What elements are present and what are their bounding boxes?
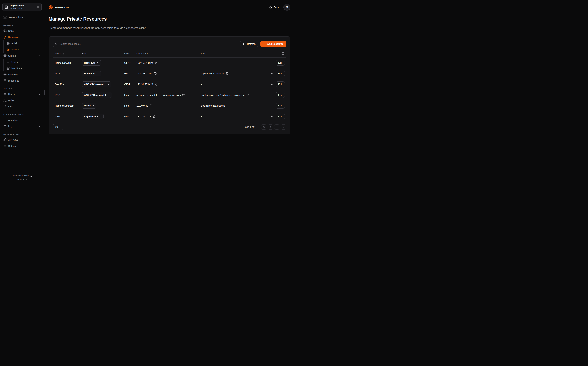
row-menu-icon[interactable] [270, 61, 273, 64]
sidebar-item-links[interactable]: Links [0, 104, 44, 110]
sidebar-item-api-keys[interactable]: API Keys [0, 137, 44, 143]
sidebar-item-public[interactable]: Public [4, 40, 44, 46]
arrow-up-right-icon [108, 94, 110, 96]
cell-site: AWS VPC us-east-1 [80, 81, 122, 87]
add-resource-button[interactable]: Add Resource [260, 41, 286, 47]
sidebar-item-clients[interactable]: Clients [0, 53, 44, 59]
rows-per-page-select[interactable]: 20 [53, 124, 64, 130]
columns-icon[interactable] [282, 52, 284, 55]
version-link[interactable]: v1.13.0 [17, 178, 27, 181]
sites-icon [3, 29, 7, 32]
sidebar-subnav: UsersMachines [3, 59, 44, 71]
sidebar-item-resources[interactable]: Resources [0, 34, 44, 40]
pangolin-logo-icon [49, 5, 53, 9]
chevron-down-icon [38, 93, 41, 96]
sidebar-item-users[interactable]: Users [0, 91, 44, 97]
cell-actions: Edit [266, 81, 286, 87]
sidebar-item-server-admin[interactable]: Server Admin [0, 14, 44, 21]
receipt-icon [3, 79, 7, 82]
site-link[interactable]: Office [82, 103, 96, 108]
pagination-prev-button[interactable] [268, 124, 273, 130]
sidebar-item-settings[interactable]: Settings [0, 143, 44, 149]
copy-icon[interactable] [155, 61, 157, 64]
sidebar-item-machines[interactable]: Machines [4, 65, 44, 71]
alias-value: mynas.home.internal [201, 72, 224, 75]
sidebar-item-analytics[interactable]: Analytics [0, 117, 44, 123]
server-icon [3, 16, 7, 19]
enterprise-edition-link[interactable]: Enterprise Edition [12, 175, 32, 177]
avatar[interactable]: M [283, 4, 290, 11]
copy-icon[interactable] [182, 94, 185, 96]
sidebar-item-label: Links [8, 105, 14, 108]
copy-icon[interactable] [153, 115, 155, 118]
sidebar-item-domains[interactable]: Domains [0, 71, 44, 78]
copy-icon[interactable] [155, 83, 157, 85]
theme-toggle[interactable]: Dark [269, 6, 279, 9]
mode-value: Host [122, 72, 134, 75]
laptop-icon [7, 61, 10, 64]
cell-destination: postgres.us-east-1.rds.amazonaws.com [134, 94, 199, 96]
edit-button[interactable]: Edit [276, 81, 285, 87]
row-menu-icon[interactable] [270, 93, 273, 97]
copy-icon[interactable] [154, 72, 157, 75]
avatar-initial: M [286, 6, 288, 9]
row-menu-icon[interactable] [270, 115, 273, 118]
edit-button[interactable]: Edit [276, 71, 285, 76]
copy-icon[interactable] [150, 104, 152, 107]
mode-value: CIDR [122, 61, 134, 64]
sidebar-item-roles[interactable]: Roles [0, 97, 44, 104]
site-link[interactable]: Edge Device [82, 114, 103, 119]
site-name: AWS VPC us-west-1 [84, 94, 106, 96]
refresh-button[interactable]: Refresh [240, 41, 258, 47]
pagination-next-button[interactable] [274, 124, 279, 130]
sidebar-item-label: Private [11, 48, 19, 51]
edit-button[interactable]: Edit [276, 103, 285, 108]
table-body: Home NetworkHome LabCIDR192.168.1.0/24-E… [53, 58, 286, 122]
row-menu-icon[interactable] [270, 104, 273, 107]
resource-name: Remote Desktop [53, 104, 80, 107]
sidebar-nav: Server AdminGENERALSitesResourcesPublicP… [0, 11, 44, 175]
copy-icon[interactable] [226, 72, 228, 75]
edit-button[interactable]: Edit [276, 114, 285, 119]
resource-name: NAS [53, 72, 80, 75]
chevrons-right-icon [282, 126, 285, 128]
org-selector[interactable]: Organization ACME Corp. [2, 3, 42, 11]
site-link[interactable]: Home Lab [82, 60, 101, 66]
edit-button[interactable]: Edit [276, 60, 285, 66]
sidebar-item-blueprints[interactable]: Blueprints [0, 78, 44, 84]
theme-toggle-label: Dark [274, 6, 279, 9]
arrow-up-right-icon [99, 115, 101, 117]
sidebar-subnav: PublicPrivate [3, 40, 44, 53]
search-input[interactable] [59, 42, 116, 46]
site-name: Edge Device [84, 115, 98, 118]
main-content: PANGOLIN Dark M Manage Private Resources… [44, 0, 294, 183]
sidebar-scrollbar-thumb[interactable] [44, 90, 44, 95]
column-header-actions [266, 52, 286, 55]
site-link[interactable]: AWS VPC us-west-1 [82, 92, 112, 98]
cell-alias: - [199, 61, 266, 64]
sidebar-section-label: ACCESS [0, 86, 44, 91]
route-icon [3, 36, 7, 39]
sidebar-item-client-users[interactable]: Users [4, 59, 44, 65]
row-menu-icon[interactable] [270, 72, 273, 75]
users-icon [3, 99, 7, 102]
resources-table: Name Site Mode Destination Alias [53, 50, 286, 122]
sidebar-item-logs[interactable]: Logs [0, 123, 44, 130]
sidebar-item-sites[interactable]: Sites [0, 28, 44, 34]
sidebar-item-label: Resources [8, 36, 20, 38]
site-link[interactable]: AWS VPC us-east-1 [82, 81, 111, 87]
site-link[interactable]: Home Lab [82, 71, 101, 76]
copy-icon[interactable] [247, 94, 250, 96]
row-menu-icon[interactable] [270, 83, 273, 86]
sidebar-item-label: Logs [8, 125, 14, 128]
pagination-last-button[interactable] [281, 124, 286, 130]
refresh-label: Refresh [247, 43, 256, 45]
sidebar-item-private[interactable]: Private [4, 46, 44, 53]
table-row: Remote DesktopOfficeHost10.30.0.53deskto… [53, 100, 286, 111]
sidebar-item-label: Users [11, 61, 18, 63]
pagination-first-button[interactable] [261, 124, 266, 130]
column-header-name[interactable]: Name [53, 52, 80, 55]
edit-button[interactable]: Edit [276, 92, 285, 98]
brand[interactable]: PANGOLIN [49, 5, 69, 9]
sidebar-footer: Enterprise Edition v1.13.0 [0, 175, 44, 183]
